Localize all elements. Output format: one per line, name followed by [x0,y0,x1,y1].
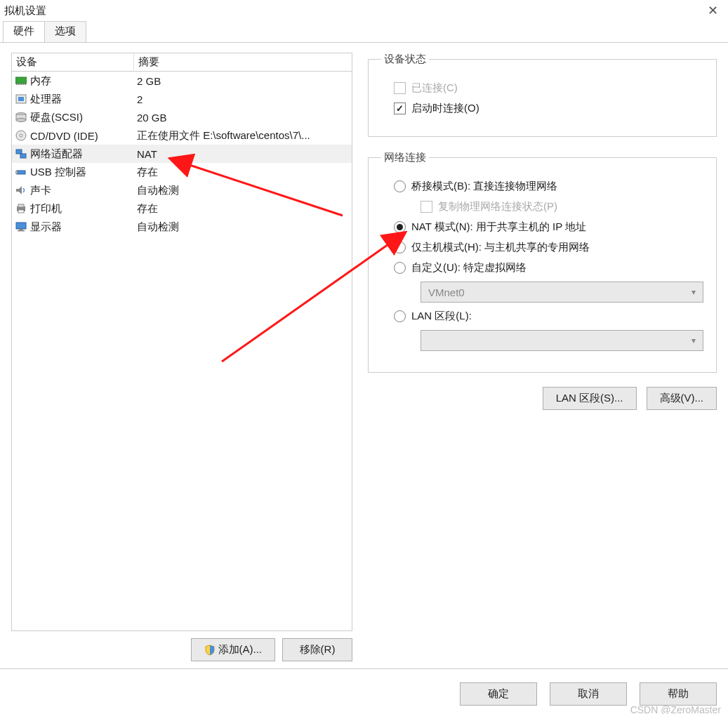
svg-rect-20 [18,210,24,213]
svg-rect-2 [18,84,20,85]
svg-rect-5 [25,84,26,85]
titlebar: 拟机设置 ✕ [0,0,728,21]
svg-rect-1 [16,84,18,85]
sound-icon [15,185,27,196]
connect-on-start-label: 启动时连接(O) [411,102,479,115]
network-connection-group: 网络连接 桥接模式(B): 直接连接物理网络 复制物理网络连接状态(P) NAT… [368,151,717,373]
hostonly-label: 仅主机模式(H): 与主机共享的专用网络 [411,241,590,254]
display-icon [15,221,27,232]
cd-icon [15,130,27,141]
list-item[interactable]: 声卡 自动检测 [12,181,352,199]
svg-rect-16 [15,171,18,173]
cancel-button[interactable]: 取消 [550,682,627,706]
cpu-icon [15,93,27,105]
custom-label: 自定义(U): 特定虚拟网络 [411,261,527,275]
group-legend: 网络连接 [381,151,429,164]
svg-point-12 [20,134,22,137]
list-item[interactable]: 打印机 存在 [12,199,352,218]
tab-hardware[interactable]: 硬件 [3,21,45,42]
svg-rect-21 [16,223,26,229]
list-item[interactable]: 处理器 2 [12,90,352,108]
remove-button[interactable]: 移除(R) [282,638,352,661]
window-title: 拟机设置 [4,4,46,16]
connected-label: 已连接(C) [411,81,458,95]
device-list: 设备 摘要 内存 2 GB 处理器 2 硬盘(SCSI) 20 GB CD/D [11,53,352,631]
memory-icon [15,75,27,86]
col-header-summary: 摘要 [134,53,352,72]
bridge-label: 桥接模式(B): 直接连接物理网络 [411,180,557,193]
list-item[interactable]: CD/DVD (IDE) 正在使用文件 E:\software\centos\7… [12,126,352,145]
svg-rect-4 [22,84,24,85]
svg-rect-3 [20,84,22,85]
device-status-group: 设备状态 已连接(C) 启动时连接(O) [368,53,717,137]
bridge-radio[interactable] [394,180,406,192]
network-icon [15,148,27,159]
list-item[interactable]: 网络适配器 NAT [12,145,352,163]
dialog-footer: 确定 取消 帮助 [460,682,717,706]
svg-point-10 [16,119,26,122]
svg-marker-17 [16,186,22,194]
ok-button[interactable]: 确定 [460,682,537,706]
group-legend: 设备状态 [381,53,429,66]
custom-radio[interactable] [394,262,406,274]
svg-rect-13 [16,150,22,154]
connected-checkbox [394,82,406,94]
usb-icon [15,166,27,178]
chevron-down-icon: ▾ [691,336,696,345]
replicate-label: 复制物理网络连接状态(P) [438,200,557,213]
list-item[interactable]: 显示器 自动检测 [12,218,352,236]
lan-radio[interactable] [394,310,406,322]
list-item[interactable]: 内存 2 GB [12,72,352,90]
chevron-down-icon: ▾ [691,287,696,297]
tab-bar: 硬件 选项 [0,21,728,43]
col-header-device: 设备 [12,53,134,72]
printer-icon [15,203,27,214]
shield-icon [204,644,216,656]
add-button[interactable]: 添加(A)... [191,638,276,661]
nat-label: NAT 模式(N): 用于共享主机的 IP 地址 [411,220,586,234]
replicate-checkbox [421,201,432,213]
nat-radio[interactable] [394,221,406,233]
svg-rect-23 [18,230,25,232]
list-item[interactable]: USB 控制器 存在 [12,163,352,181]
svg-rect-14 [20,154,26,158]
svg-rect-0 [15,77,27,84]
connect-on-start-checkbox[interactable] [394,103,406,114]
hostonly-radio[interactable] [394,242,406,253]
svg-rect-7 [18,97,24,101]
close-icon[interactable]: ✕ [708,0,718,21]
custom-network-select: VMnet0 ▾ [421,282,703,303]
list-item[interactable]: 硬盘(SCSI) 20 GB [12,108,352,126]
lan-label: LAN 区段(L): [411,310,472,323]
tab-options[interactable]: 选项 [44,21,86,42]
advanced-button[interactable]: 高级(V)... [647,387,717,410]
lan-segments-button[interactable]: LAN 区段(S)... [543,387,637,410]
svg-rect-22 [19,229,23,230]
help-button[interactable]: 帮助 [640,682,717,706]
device-list-header: 设备 摘要 [12,53,352,72]
svg-rect-19 [18,204,24,207]
hdd-icon [15,112,27,123]
watermark: CSDN @ZeroMaster [630,704,721,714]
lan-segment-select: ▾ [421,330,703,351]
svg-rect-15 [17,171,25,174]
